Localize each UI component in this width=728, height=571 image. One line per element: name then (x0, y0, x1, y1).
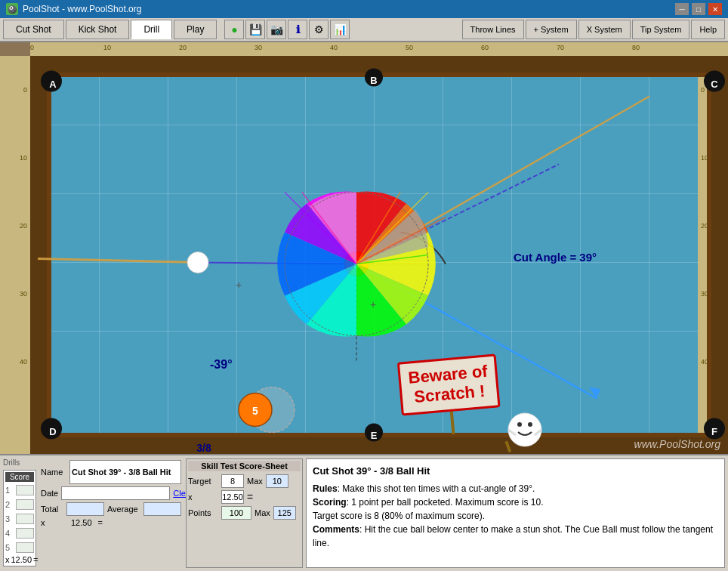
ruler-h-30: 30 (254, 44, 262, 51)
drills-label: Drills (3, 458, 36, 467)
skill-target-row: Target 8 Max 10 (188, 474, 301, 488)
grid-h-4 (30, 331, 728, 332)
svg-point-28 (41, 418, 62, 440)
target-score-text: Target score is 8 (80% of maximum score)… (313, 511, 485, 521)
name-label: Name (41, 468, 66, 477)
score-x-value: 12.50 (11, 555, 32, 564)
tab-kick-shot[interactable]: Kick Shot (66, 20, 130, 39)
ruler-r-0: 0 (701, 86, 705, 94)
points-label: Points (188, 508, 218, 517)
window-controls: ─ □ ✕ (675, 3, 722, 15)
comments-label: Comments (313, 524, 359, 535)
score-row-3: 3 (5, 512, 34, 526)
score-box-4[interactable] (16, 528, 34, 539)
score-num-4: 4 (5, 529, 14, 538)
mascot-character (504, 403, 542, 449)
camera-icon[interactable]: 📷 (267, 20, 286, 39)
score-box-5[interactable] (16, 542, 34, 553)
name-section: Name Cut Shot 39° - 3/8 Ball Hit Date Cl… (39, 458, 183, 568)
total-input[interactable] (66, 502, 104, 516)
ruler-v-30: 30 (20, 290, 27, 298)
score-x-label: x (5, 555, 10, 564)
ruler-r-10: 10 (701, 154, 708, 162)
ruler-h-70: 70 (557, 44, 564, 51)
score-box-2[interactable] (16, 499, 34, 510)
svg-point-11 (285, 193, 428, 336)
svg-point-23 (239, 394, 272, 427)
svg-line-14 (356, 193, 400, 264)
score-num-1: 1 (5, 486, 14, 495)
eq-2: = (97, 518, 104, 527)
ruler-r-40: 40 (701, 358, 708, 366)
svg-point-38 (508, 413, 541, 446)
ruler-v-0: 0 (23, 86, 27, 94)
ruler-h-50: 50 (406, 44, 413, 51)
grid-h-3 (30, 262, 728, 263)
grid-v-3 (236, 56, 237, 454)
bottom-panel: Drills Score 1 2 3 4 (0, 454, 728, 571)
tab-play[interactable]: Play (174, 20, 217, 39)
date-input[interactable] (61, 486, 170, 500)
max-label: Max (247, 477, 263, 486)
tab-drill[interactable]: Drill (131, 20, 172, 39)
close-button[interactable]: ✕ (708, 3, 722, 15)
info-icon[interactable]: ℹ (288, 20, 307, 39)
toolbar: Cut Shot Kick Shot Drill Play ● 💾 📷 ℹ ⚙ … (0, 18, 728, 42)
save-icon[interactable]: 💾 (245, 20, 265, 39)
left-panel: Drills Score 1 2 3 4 (3, 458, 36, 568)
avg-input[interactable] (143, 502, 181, 516)
rules-label: Rules (313, 483, 338, 494)
max2-value: 125 (273, 506, 296, 520)
desc-text: Rules: Make this shot ten times with a c… (313, 482, 718, 550)
ruler-r-30: 30 (701, 290, 708, 298)
scoring-label: Scoring (313, 497, 347, 508)
skill-eq: = (247, 491, 253, 503)
ruler-right: 0 10 20 30 40 (698, 56, 728, 454)
ruler-horizontal: 0 10 20 30 40 50 60 70 80 (30, 42, 728, 56)
points-value: 100 (221, 506, 251, 520)
svg-text:5: 5 (252, 405, 258, 417)
ruler-h-20: 20 (179, 44, 187, 51)
ruler-h-80: 80 (632, 44, 640, 51)
ruler-h-60: 60 (481, 44, 489, 51)
grid-h-2 (30, 193, 728, 194)
score-eq: = (33, 555, 38, 564)
skill-x-row: x 12.50 = (188, 490, 301, 504)
svg-text:D: D (49, 426, 56, 437)
target-value: 8 (221, 474, 244, 488)
svg-rect-43 (504, 441, 511, 452)
grid-v-5 (374, 56, 375, 454)
skill-points-row: Points 100 Max 125 (188, 506, 301, 520)
score-num-5: 5 (5, 543, 14, 552)
ruler-v-10: 10 (20, 154, 27, 162)
score-box-3[interactable] (16, 514, 34, 524)
score-box-1[interactable] (16, 485, 34, 495)
svg-marker-5 (589, 387, 600, 399)
help-button[interactable]: Help (691, 20, 725, 39)
minimize-button[interactable]: ─ (675, 3, 689, 15)
tab-cut-shot[interactable]: Cut Shot (3, 20, 64, 39)
svg-point-12 (285, 193, 428, 336)
ruler-h-10: 10 (103, 44, 111, 51)
throw-lines-button[interactable]: Throw Lines (462, 20, 524, 39)
settings-icon[interactable]: ⚙ (309, 20, 329, 39)
export-icon[interactable]: 📊 (330, 20, 350, 39)
x-system-button[interactable]: X System (578, 20, 631, 39)
beware-box: Beware ofScratch ! (397, 353, 501, 415)
plus-system-button[interactable]: + System (526, 20, 577, 39)
svg-overlay: 5 (30, 56, 728, 454)
svg-line-13 (356, 193, 428, 264)
table-cushion-border (30, 56, 728, 454)
svg-line-3 (356, 165, 559, 264)
desc-title: Cut Shot 39° - 3/8 Ball Hit (313, 464, 718, 479)
tip-system-button[interactable]: Tip System (632, 20, 690, 39)
svg-point-21 (249, 387, 295, 433)
max2-label: Max (254, 508, 270, 517)
maximize-button[interactable]: □ (692, 3, 705, 15)
scoring-text: : 1 point per ball pocketed. Maximum sco… (347, 497, 544, 508)
ruler-h-40: 40 (330, 44, 338, 51)
green-circle-icon[interactable]: ● (224, 20, 244, 39)
avg-label: Average (107, 505, 140, 514)
score-row-5: 5 (5, 541, 34, 554)
table-wood-border (30, 56, 728, 454)
